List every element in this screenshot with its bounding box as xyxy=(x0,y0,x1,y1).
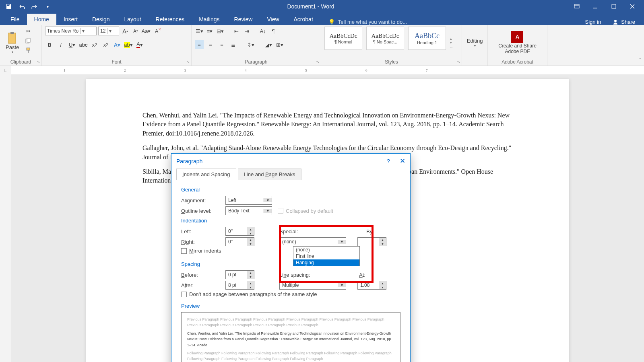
no-space-same-style-checkbox[interactable]: Don't add space between paragraphs of th… xyxy=(181,291,317,297)
bold-icon[interactable]: B xyxy=(45,40,54,49)
indent-right-spin[interactable]: 0"▲▼ xyxy=(225,237,254,246)
lightbulb-icon: 💡 xyxy=(328,19,335,25)
styles-launcher-icon[interactable]: ⤡ xyxy=(457,60,460,64)
svg-rect-3 xyxy=(612,4,616,8)
alignment-combo[interactable]: Left▼ xyxy=(225,196,272,205)
signin-link[interactable]: Sign in xyxy=(580,19,607,25)
maximize-icon[interactable] xyxy=(605,0,622,13)
show-marks-icon[interactable]: ¶ xyxy=(269,27,278,35)
align-right-icon[interactable]: ≡ xyxy=(217,40,226,49)
editing-button[interactable]: Editing▾ xyxy=(464,36,485,49)
highlight-box xyxy=(279,225,374,283)
grow-font-icon[interactable]: A▴ xyxy=(121,27,130,35)
svg-text:3: 3 xyxy=(184,68,186,72)
line-spacing-icon[interactable]: ⇕▾ xyxy=(246,40,255,49)
shrink-font-icon[interactable]: A▾ xyxy=(131,27,140,35)
tab-file[interactable]: File xyxy=(3,14,27,25)
dialog-title: Paragraph xyxy=(176,158,202,165)
redo-icon[interactable] xyxy=(29,2,40,11)
document-title: Document1 - Word xyxy=(53,3,568,10)
align-left-icon[interactable]: ≡ xyxy=(195,40,204,49)
cut-icon[interactable]: ✂ xyxy=(24,27,33,35)
collapse-ribbon-icon[interactable]: ˄ xyxy=(639,57,642,63)
italic-icon[interactable]: I xyxy=(56,40,65,49)
style-heading1[interactable]: AaBbCcHeading 1 xyxy=(408,27,446,50)
tell-me-box[interactable]: 💡 Tell me what you want to do... xyxy=(320,19,580,25)
clipboard-launcher-icon[interactable]: ⤡ xyxy=(37,60,40,64)
outline-combo[interactable]: Body Text▼ xyxy=(225,206,272,215)
change-case-icon[interactable]: Aa▾ xyxy=(142,27,151,35)
before-spin[interactable]: 0 pt▲▼ xyxy=(225,270,254,279)
paste-button[interactable]: Paste ▾ xyxy=(3,27,21,58)
superscript-icon[interactable]: x2 xyxy=(101,40,110,49)
indent-right-label: Right: xyxy=(181,239,220,245)
subscript-icon[interactable]: x2 xyxy=(90,40,99,49)
decrease-indent-icon[interactable]: ⇤ xyxy=(232,27,241,35)
indent-left-spin[interactable]: 0"▲▼ xyxy=(225,227,254,236)
ribbon: Paste ▾ ✂ Clipboard ⤡ Times New Ro▾ 12▾ … xyxy=(0,25,644,66)
tab-layout[interactable]: Layout xyxy=(117,14,149,25)
create-share-pdf-button[interactable]: A Create and Share Adobe PDF xyxy=(496,27,539,58)
before-label: Before: xyxy=(181,272,220,278)
paragraph-dialog: Paragraph ? ✕ Indents and Spacing Line a… xyxy=(171,153,411,362)
undo-icon[interactable] xyxy=(16,2,27,11)
underline-icon[interactable]: U▾ xyxy=(68,40,76,49)
increase-indent-icon[interactable]: ⇥ xyxy=(242,27,251,35)
style-more-icon[interactable]: ⎵ xyxy=(450,45,452,49)
tab-review[interactable]: Review xyxy=(227,14,260,25)
share-label: Share xyxy=(621,19,635,25)
tab-home[interactable]: Home xyxy=(27,14,56,25)
font-group-label: Font xyxy=(45,58,188,65)
numbering-icon[interactable]: ≡▾ xyxy=(205,27,214,35)
share-icon xyxy=(612,19,619,25)
bullets-icon[interactable]: ☰▾ xyxy=(195,27,204,35)
borders-icon[interactable]: ⊞▾ xyxy=(275,40,284,49)
tab-view[interactable]: View xyxy=(260,14,286,25)
font-name-combo[interactable]: Times New Ro▾ xyxy=(45,27,97,35)
close-icon[interactable] xyxy=(624,0,641,13)
font-color-icon[interactable]: A▾ xyxy=(135,40,144,49)
ruler-corner: L xyxy=(0,66,11,75)
strikethrough-icon[interactable]: abc xyxy=(79,40,88,49)
style-no-spacing[interactable]: AaBbCcDc¶ No Spac... xyxy=(366,27,404,50)
align-center-icon[interactable]: ≡ xyxy=(206,40,215,49)
style-scroll-down-icon[interactable]: ▾ xyxy=(450,41,452,45)
dialog-help-icon[interactable]: ? xyxy=(387,158,390,165)
font-launcher-icon[interactable]: ⤡ xyxy=(186,60,190,64)
general-section: General xyxy=(181,187,400,193)
tab-indents-spacing[interactable]: Indents and Spacing xyxy=(176,169,236,180)
minimize-icon[interactable] xyxy=(587,0,604,13)
mirror-indents-checkbox[interactable]: Mirror indents xyxy=(181,248,221,254)
doc-paragraph-1[interactable]: Chen, Wenhui, and Yalin Lei. "The Impact… xyxy=(142,111,513,138)
shading-icon[interactable]: ◢▾ xyxy=(264,40,273,49)
font-size-combo[interactable]: 12▾ xyxy=(98,27,119,35)
style-scroll-up-icon[interactable]: ▴ xyxy=(450,37,452,41)
tab-design[interactable]: Design xyxy=(85,14,117,25)
vertical-ruler[interactable] xyxy=(0,75,11,362)
tab-line-page-breaks[interactable]: Line and Page Breaks xyxy=(238,169,301,180)
svg-rect-8 xyxy=(27,38,30,42)
format-painter-icon[interactable] xyxy=(24,46,33,55)
ribbon-tabs: File Home Insert Design Layout Reference… xyxy=(0,13,644,25)
sort-icon[interactable]: A↓ xyxy=(258,27,267,35)
copy-icon[interactable] xyxy=(24,36,33,45)
style-normal[interactable]: AaBbCcDc¶ Normal xyxy=(324,27,362,50)
font-name-value: Times New Ro xyxy=(47,28,78,34)
tab-insert[interactable]: Insert xyxy=(56,14,85,25)
horizontal-ruler[interactable]: 123 456 7 xyxy=(11,66,644,75)
highlight-icon[interactable]: ab▾ xyxy=(124,40,133,49)
tab-references[interactable]: References xyxy=(149,14,192,25)
tab-acrobat[interactable]: Acrobat xyxy=(287,14,320,25)
multilevel-list-icon[interactable]: ⊟▾ xyxy=(216,27,225,35)
after-spin[interactable]: 8 pt▲▼ xyxy=(225,281,254,290)
tab-mailings[interactable]: Mailings xyxy=(192,14,227,25)
clear-formatting-icon[interactable]: A✕ xyxy=(152,27,161,35)
justify-icon[interactable]: ≣ xyxy=(229,40,237,49)
qat-customize-icon[interactable]: ▾ xyxy=(42,2,53,11)
share-button[interactable]: Share xyxy=(607,19,641,25)
save-icon[interactable] xyxy=(3,2,14,11)
text-effects-icon[interactable]: A▾ xyxy=(113,40,122,49)
dialog-close-icon[interactable]: ✕ xyxy=(400,157,405,165)
paragraph-launcher-icon[interactable]: ⤡ xyxy=(316,60,319,64)
ribbon-display-icon[interactable] xyxy=(568,0,585,13)
